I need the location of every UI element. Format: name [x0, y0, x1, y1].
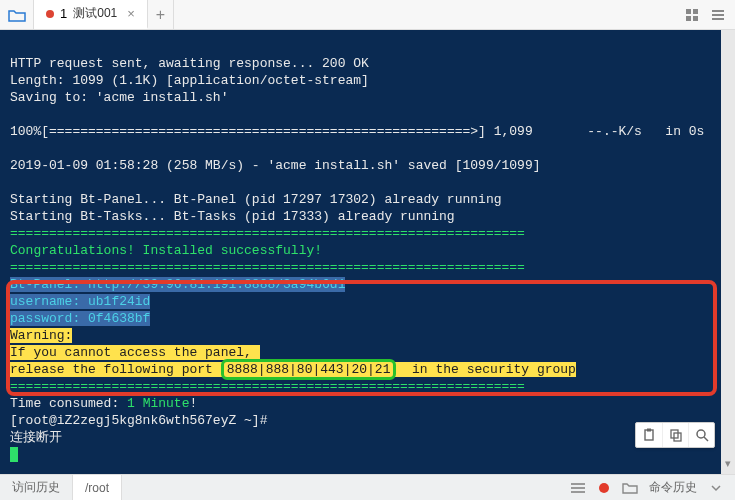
list-view-button[interactable] — [707, 4, 729, 26]
clipboard-button[interactable] — [636, 423, 662, 447]
title-bar: 1 测试001 × + — [0, 0, 735, 30]
copy-icon — [669, 428, 683, 442]
prompt-line: [root@iZ2zegj5kg8nk6wth567eyZ ~]# — [10, 413, 267, 428]
out-line: Length: 1099 (1.1K) [application/octet-s… — [10, 73, 369, 88]
svg-point-11 — [697, 430, 705, 438]
out-line: Saving to: 'acme install.sh' — [10, 90, 228, 105]
footer-tab-path[interactable]: /root — [73, 474, 122, 500]
footer-bar: 访问历史 /root 命令历史 — [0, 474, 735, 500]
toolbar-spacer — [174, 0, 675, 29]
terminal[interactable]: HTTP request sent, awaiting response... … — [0, 30, 735, 474]
svg-rect-8 — [647, 429, 651, 432]
svg-rect-14 — [571, 487, 585, 489]
tab-number: 1 — [60, 6, 67, 21]
terminal-toolbox — [635, 422, 715, 448]
terminal-cursor — [10, 447, 18, 462]
record-icon — [598, 482, 610, 494]
new-tab-button[interactable]: + — [148, 0, 174, 29]
disconnect-line: 连接断开 — [10, 430, 62, 445]
command-history-label[interactable]: 命令历史 — [645, 478, 701, 498]
folder-footer-button[interactable] — [619, 478, 641, 498]
history-list-button[interactable] — [567, 478, 589, 498]
svg-rect-4 — [712, 10, 724, 12]
footer-tools: 命令历史 — [559, 475, 735, 500]
out-line: Starting Bt-Tasks... Bt-Tasks (pid 17333… — [10, 209, 455, 224]
svg-rect-3 — [693, 16, 698, 21]
more-menu-button[interactable] — [705, 478, 727, 498]
search-button[interactable] — [688, 423, 714, 447]
svg-rect-1 — [693, 9, 698, 14]
open-folder-button[interactable] — [0, 0, 34, 29]
footer-tab-history[interactable]: 访问历史 — [0, 475, 73, 500]
grid-view-button[interactable] — [681, 4, 703, 26]
record-button[interactable] — [593, 478, 615, 498]
copy-button[interactable] — [662, 423, 688, 447]
chevron-down-icon — [711, 483, 721, 493]
svg-rect-5 — [712, 14, 724, 16]
time-line: Time consumed: 1 Minute! — [10, 396, 197, 411]
svg-rect-13 — [571, 483, 585, 485]
list-icon — [711, 8, 725, 22]
svg-line-12 — [704, 437, 708, 441]
tab-active[interactable]: 1 测试001 × — [34, 0, 148, 29]
out-line: 2019-01-09 01:58:28 (258 MB/s) - 'acme i… — [10, 158, 541, 173]
folder-icon — [8, 8, 26, 22]
grid-icon — [685, 8, 699, 22]
search-icon — [695, 428, 709, 442]
history-list-icon — [571, 482, 585, 494]
tab-close-button[interactable]: × — [127, 6, 135, 21]
folder-icon — [622, 482, 638, 494]
scroll-strip[interactable]: ▾ — [721, 30, 735, 474]
annotation-red-box — [6, 280, 717, 396]
terminal-content: HTTP request sent, awaiting response... … — [0, 30, 735, 474]
clipboard-icon — [642, 428, 656, 442]
chevron-down-icon[interactable]: ▾ — [721, 453, 735, 474]
unsaved-dot-icon — [46, 10, 54, 18]
svg-rect-0 — [686, 9, 691, 14]
congrats-line: Congratulations! Installed successfully! — [10, 243, 322, 258]
out-line: Starting Bt-Panel... Bt-Panel (pid 17297… — [10, 192, 501, 207]
out-line: 100%[===================================… — [10, 124, 704, 139]
tab-title: 测试001 — [73, 5, 117, 22]
separator-line: ========================================… — [10, 260, 525, 275]
separator-line: ========================================… — [10, 226, 525, 241]
view-mode-group — [675, 0, 735, 29]
svg-point-16 — [599, 483, 609, 493]
svg-rect-6 — [712, 18, 724, 20]
svg-rect-2 — [686, 16, 691, 21]
svg-rect-15 — [571, 491, 585, 493]
out-line: HTTP request sent, awaiting response... … — [10, 56, 369, 71]
